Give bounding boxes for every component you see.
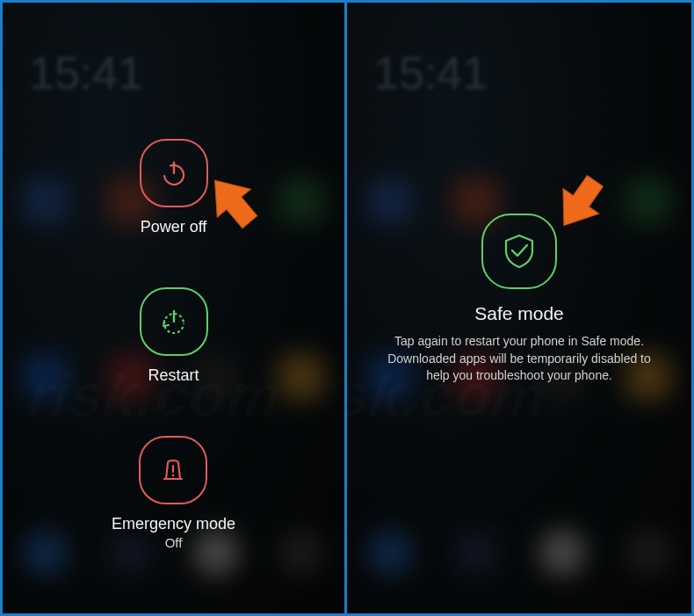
emergency-mode-sub: Off (165, 535, 183, 550)
power-off-button[interactable]: Power off (140, 139, 208, 236)
power-menu: Power off Restart (3, 139, 344, 550)
svg-point-5 (172, 475, 175, 477)
emergency-mode-button[interactable]: Emergency mode Off (112, 436, 235, 550)
screenshot-right-safe-mode: 15:41 risk.com Safe mode Tap again to re… (347, 3, 691, 613)
screenshot-left-power-menu: 15:41 risk.com Power off (3, 3, 347, 613)
safe-mode-title: Safe mode (474, 303, 564, 324)
restart-button[interactable]: Restart (140, 287, 208, 385)
power-off-label: Power off (141, 218, 207, 236)
restart-label: Restart (148, 366, 199, 385)
safe-mode-shield-icon (481, 214, 557, 289)
tutorial-frame: 15:41 risk.com Power off (0, 0, 694, 616)
safe-mode-button[interactable] (481, 214, 557, 303)
emergency-mode-label: Emergency mode (112, 515, 235, 533)
safe-mode-panel: Safe mode Tap again to restart your phon… (347, 214, 691, 385)
emergency-mode-icon (139, 436, 207, 504)
safe-mode-description: Tap again to restart your phone in Safe … (375, 333, 663, 385)
restart-icon (140, 287, 208, 356)
power-off-icon (140, 139, 208, 207)
